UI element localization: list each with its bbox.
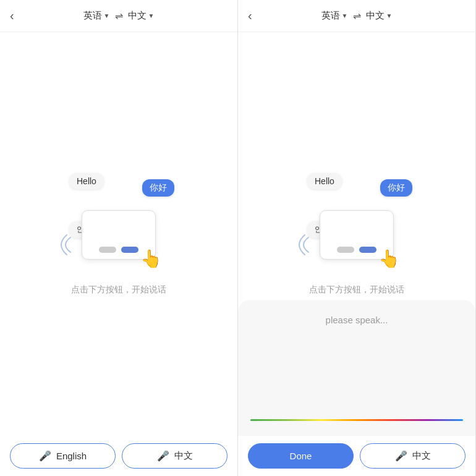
left-chinese-button[interactable]: 🎤 中文: [122, 443, 227, 469]
right-lang-from-arrow: ▼: [342, 12, 348, 19]
left-header: ‹ 英语 ▼ ⇌ 中文 ▼: [0, 0, 237, 32]
left-illustration: Hello 你好 안녕하세요 👆: [57, 173, 181, 272]
right-swap-icon[interactable]: ⇌: [353, 10, 361, 22]
left-lang-from-arrow: ▼: [104, 12, 110, 19]
right-done-label: Done: [290, 451, 312, 461]
right-lang-from[interactable]: 英语 ▼: [321, 10, 348, 22]
left-swap-icon[interactable]: ⇌: [115, 10, 123, 22]
right-main-content: Hello 你好 안녕하세요 👆 点击下方按钮，开始说话 please spea…: [238, 32, 475, 436]
left-english-button[interactable]: 🎤 English: [10, 443, 116, 469]
right-phone-btn-2: [359, 247, 376, 253]
right-finger-cursor: 👆: [378, 249, 400, 269]
right-listening-overlay: please speak...: [238, 300, 475, 436]
left-bubble-hello: Hello: [69, 173, 104, 189]
right-please-speak: please speak...: [326, 315, 388, 325]
left-sound-waves: [58, 232, 77, 257]
right-chinese-label: 中文: [412, 450, 431, 462]
right-sound-waves: [296, 232, 315, 257]
right-chinese-mic-icon: 🎤: [395, 450, 407, 462]
left-phone-btn-2: [121, 247, 138, 253]
right-illustration: Hello 你好 안녕하세요 👆: [295, 173, 419, 272]
right-lang-selector: 英语 ▼ ⇌ 中文 ▼: [321, 10, 393, 22]
left-phone-btn-1: [99, 247, 116, 253]
right-header: ‹ 英语 ▼ ⇌ 中文 ▼: [238, 0, 475, 32]
left-bubble-nihao: 你好: [142, 179, 174, 197]
right-panel: ‹ 英语 ▼ ⇌ 中文 ▼ Hello 你好 안녕하세요: [238, 0, 476, 476]
right-lang-from-label: 英语: [321, 10, 340, 22]
left-main-content: Hello 你好 안녕하세요 👆 点击下方按钮，开始说话: [0, 32, 237, 436]
left-finger-cursor: 👆: [140, 249, 162, 269]
left-lang-to-arrow: ▼: [148, 12, 155, 19]
left-lang-to[interactable]: 中文 ▼: [128, 10, 155, 22]
left-lang-from-label: 英语: [83, 10, 102, 22]
right-audio-waveform: [250, 419, 463, 421]
right-bubble-hello: Hello: [307, 173, 342, 189]
left-chinese-mic-icon: 🎤: [157, 450, 169, 462]
right-done-button[interactable]: Done: [248, 443, 354, 469]
left-chinese-label: 中文: [174, 450, 193, 462]
right-chinese-button[interactable]: 🎤 中文: [360, 443, 465, 469]
right-bubble-nihao: 你好: [380, 179, 412, 197]
left-back-button[interactable]: ‹: [10, 9, 14, 23]
right-back-button[interactable]: ‹: [248, 9, 252, 23]
right-lang-to-arrow: ▼: [386, 12, 393, 19]
left-lang-from[interactable]: 英语 ▼: [83, 10, 110, 22]
left-english-label: English: [56, 451, 87, 461]
right-lang-to[interactable]: 中文 ▼: [366, 10, 393, 22]
left-bottom-bar: 🎤 English 🎤 中文: [0, 436, 237, 476]
right-phone-btn-1: [337, 247, 354, 253]
right-instruction: 点击下方按钮，开始说话: [309, 284, 404, 295]
right-lang-to-label: 中文: [366, 10, 385, 22]
left-lang-to-label: 中文: [128, 10, 147, 22]
right-bottom-bar: Done 🎤 中文: [238, 436, 475, 476]
left-instruction: 点击下方按钮，开始说话: [71, 284, 166, 295]
left-lang-selector: 英语 ▼ ⇌ 中文 ▼: [83, 10, 155, 22]
left-english-mic-icon: 🎤: [39, 450, 51, 462]
left-panel: ‹ 英语 ▼ ⇌ 中文 ▼ Hello 你好 안녕하세요: [0, 0, 238, 476]
